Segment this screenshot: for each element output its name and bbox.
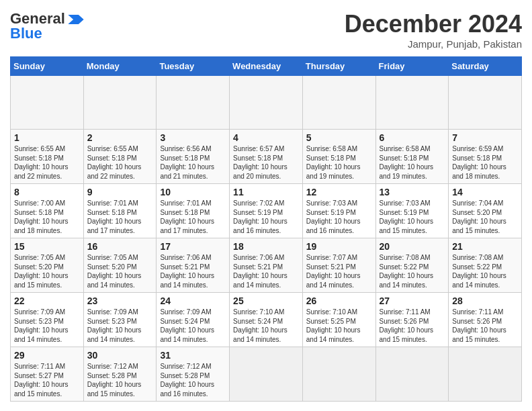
day-number: 13 — [380, 187, 445, 197]
day-number: 6 — [380, 132, 445, 143]
calendar-cell: 23 Sunrise: 7:09 AMSunset: 5:23 PMDaylig… — [83, 293, 157, 347]
col-header-tuesday: Tuesday — [157, 57, 230, 76]
calendar-cell: 25 Sunrise: 7:10 AMSunset: 5:24 PMDaylig… — [230, 293, 303, 347]
cell-info: Sunrise: 7:10 AMSunset: 5:25 PMDaylight:… — [306, 308, 361, 343]
calendar-cell: 19 Sunrise: 7:07 AMSunset: 5:21 PMDaylig… — [302, 238, 375, 293]
calendar-cell — [302, 347, 375, 402]
svg-marker-0 — [68, 15, 83, 24]
week-row-5: 29 Sunrise: 7:11 AMSunset: 5:27 PMDaylig… — [11, 347, 522, 402]
calendar-cell — [230, 76, 303, 130]
day-number: 19 — [306, 241, 372, 252]
cell-info: Sunrise: 7:06 AMSunset: 5:21 PMDaylight:… — [160, 254, 214, 289]
day-number: 1 — [14, 132, 80, 143]
calendar-cell: 10 Sunrise: 7:01 AMSunset: 5:18 PMDaylig… — [157, 184, 230, 238]
day-number: 11 — [233, 187, 299, 197]
cell-info: Sunrise: 7:05 AMSunset: 5:20 PMDaylight:… — [87, 254, 142, 289]
cell-info: Sunrise: 6:56 AMSunset: 5:18 PMDaylight:… — [160, 145, 214, 180]
calendar-table: SundayMondayTuesdayWednesdayThursdayFrid… — [10, 56, 522, 402]
cell-info: Sunrise: 6:58 AMSunset: 5:18 PMDaylight:… — [380, 145, 434, 180]
calendar-cell: 29 Sunrise: 7:11 AMSunset: 5:27 PMDaylig… — [11, 347, 84, 402]
week-row-1: 1 Sunrise: 6:55 AMSunset: 5:18 PMDayligh… — [11, 130, 522, 184]
calendar-cell: 3 Sunrise: 6:56 AMSunset: 5:18 PMDayligh… — [157, 130, 230, 184]
day-number: 20 — [380, 241, 445, 252]
day-number: 14 — [452, 187, 518, 197]
cell-info: Sunrise: 7:11 AMSunset: 5:26 PMDaylight:… — [380, 308, 434, 343]
cell-info: Sunrise: 7:02 AMSunset: 5:19 PMDaylight:… — [233, 199, 287, 234]
day-number: 21 — [452, 241, 518, 252]
calendar-cell: 4 Sunrise: 6:57 AMSunset: 5:18 PMDayligh… — [230, 130, 303, 184]
calendar-cell: 7 Sunrise: 6:59 AMSunset: 5:18 PMDayligh… — [449, 130, 522, 184]
location: Jampur, Punjab, Pakistan — [345, 38, 522, 50]
day-number: 25 — [233, 295, 299, 306]
calendar-cell: 22 Sunrise: 7:09 AMSunset: 5:23 PMDaylig… — [11, 293, 84, 347]
month-title: December 2024 — [345, 10, 522, 38]
calendar-cell: 8 Sunrise: 7:00 AMSunset: 5:18 PMDayligh… — [11, 184, 84, 238]
day-number: 31 — [160, 350, 226, 361]
col-header-saturday: Saturday — [449, 57, 522, 76]
logo-icon — [66, 15, 85, 24]
calendar-cell: 9 Sunrise: 7:01 AMSunset: 5:18 PMDayligh… — [83, 184, 157, 238]
cell-info: Sunrise: 7:09 AMSunset: 5:24 PMDaylight:… — [160, 308, 214, 343]
cell-info: Sunrise: 7:07 AMSunset: 5:21 PMDaylight:… — [306, 254, 361, 289]
cell-info: Sunrise: 7:01 AMSunset: 5:18 PMDaylight:… — [160, 199, 214, 234]
logo: General Blue — [10, 10, 85, 42]
header-row: SundayMondayTuesdayWednesdayThursdayFrid… — [11, 57, 522, 76]
cell-info: Sunrise: 7:08 AMSunset: 5:22 PMDaylight:… — [452, 254, 506, 289]
day-number: 18 — [233, 241, 299, 252]
day-number: 30 — [87, 350, 153, 361]
cell-info: Sunrise: 7:12 AMSunset: 5:28 PMDaylight:… — [160, 363, 214, 398]
day-number: 23 — [87, 295, 153, 306]
calendar-cell: 14 Sunrise: 7:04 AMSunset: 5:20 PMDaylig… — [449, 184, 522, 238]
calendar-cell — [449, 347, 522, 402]
calendar-cell: 27 Sunrise: 7:11 AMSunset: 5:26 PMDaylig… — [375, 293, 449, 347]
day-number: 16 — [87, 241, 153, 252]
cell-info: Sunrise: 7:11 AMSunset: 5:26 PMDaylight:… — [452, 308, 506, 343]
day-number: 22 — [14, 295, 80, 306]
day-number: 24 — [160, 295, 226, 306]
calendar-cell: 26 Sunrise: 7:10 AMSunset: 5:25 PMDaylig… — [302, 293, 375, 347]
day-number: 8 — [14, 187, 80, 197]
week-row-3: 15 Sunrise: 7:05 AMSunset: 5:20 PMDaylig… — [11, 238, 522, 293]
col-header-monday: Monday — [83, 57, 157, 76]
cell-info: Sunrise: 6:55 AMSunset: 5:18 PMDaylight:… — [87, 145, 142, 180]
cell-info: Sunrise: 7:09 AMSunset: 5:23 PMDaylight:… — [87, 308, 142, 343]
col-header-wednesday: Wednesday — [230, 57, 303, 76]
calendar-cell — [157, 76, 230, 130]
cell-info: Sunrise: 7:04 AMSunset: 5:20 PMDaylight:… — [452, 199, 506, 234]
cell-info: Sunrise: 7:00 AMSunset: 5:18 PMDaylight:… — [14, 199, 69, 234]
calendar-cell: 21 Sunrise: 7:08 AMSunset: 5:22 PMDaylig… — [449, 238, 522, 293]
page-header: General Blue December 2024 Jampur, Punja… — [10, 10, 522, 50]
day-number: 3 — [160, 132, 226, 143]
day-number: 2 — [87, 132, 153, 143]
cell-info: Sunrise: 6:57 AMSunset: 5:18 PMDaylight:… — [233, 145, 287, 180]
calendar-cell: 15 Sunrise: 7:05 AMSunset: 5:20 PMDaylig… — [11, 238, 84, 293]
col-header-sunday: Sunday — [11, 57, 84, 76]
calendar-cell: 18 Sunrise: 7:06 AMSunset: 5:21 PMDaylig… — [230, 238, 303, 293]
calendar-cell: 24 Sunrise: 7:09 AMSunset: 5:24 PMDaylig… — [157, 293, 230, 347]
logo-blue: Blue — [10, 25, 42, 42]
calendar-cell: 6 Sunrise: 6:58 AMSunset: 5:18 PMDayligh… — [375, 130, 449, 184]
cell-info: Sunrise: 7:09 AMSunset: 5:23 PMDaylight:… — [14, 308, 69, 343]
calendar-cell: 1 Sunrise: 6:55 AMSunset: 5:18 PMDayligh… — [11, 130, 84, 184]
cell-info: Sunrise: 7:11 AMSunset: 5:27 PMDaylight:… — [14, 363, 69, 398]
calendar-cell — [230, 347, 303, 402]
calendar-cell: 17 Sunrise: 7:06 AMSunset: 5:21 PMDaylig… — [157, 238, 230, 293]
day-number: 9 — [87, 187, 153, 197]
calendar-cell — [375, 347, 449, 402]
day-number: 12 — [306, 187, 372, 197]
calendar-cell: 31 Sunrise: 7:12 AMSunset: 5:28 PMDaylig… — [157, 347, 230, 402]
calendar-cell: 28 Sunrise: 7:11 AMSunset: 5:26 PMDaylig… — [449, 293, 522, 347]
calendar-cell: 5 Sunrise: 6:58 AMSunset: 5:18 PMDayligh… — [302, 130, 375, 184]
day-number: 15 — [14, 241, 80, 252]
cell-info: Sunrise: 7:03 AMSunset: 5:19 PMDaylight:… — [306, 199, 361, 234]
calendar-cell: 11 Sunrise: 7:02 AMSunset: 5:19 PMDaylig… — [230, 184, 303, 238]
cell-info: Sunrise: 7:08 AMSunset: 5:22 PMDaylight:… — [380, 254, 434, 289]
col-header-friday: Friday — [375, 57, 449, 76]
day-number: 29 — [14, 350, 80, 361]
cell-info: Sunrise: 7:10 AMSunset: 5:24 PMDaylight:… — [233, 308, 287, 343]
day-number: 7 — [452, 132, 518, 143]
cell-info: Sunrise: 6:58 AMSunset: 5:18 PMDaylight:… — [306, 145, 361, 180]
calendar-cell: 12 Sunrise: 7:03 AMSunset: 5:19 PMDaylig… — [302, 184, 375, 238]
calendar-cell: 16 Sunrise: 7:05 AMSunset: 5:20 PMDaylig… — [83, 238, 157, 293]
week-row-0 — [11, 76, 522, 130]
